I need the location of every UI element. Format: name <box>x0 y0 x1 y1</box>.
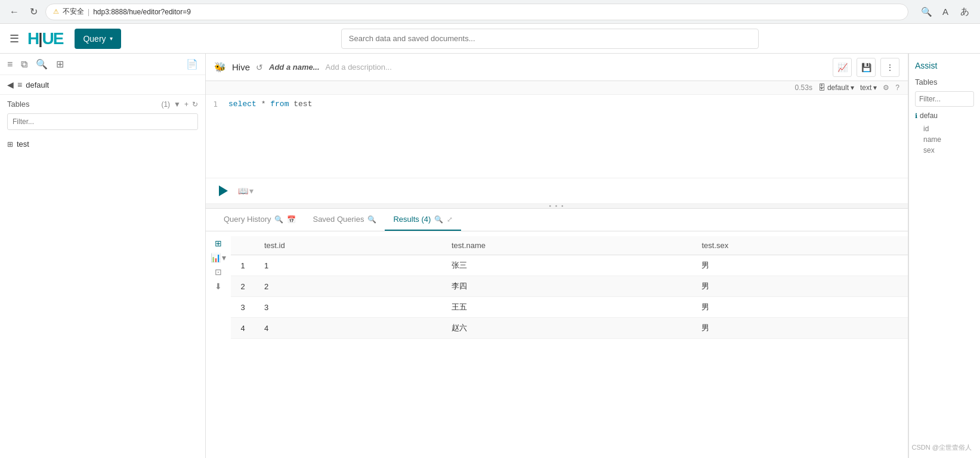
col-header-id: test.id <box>255 236 442 255</box>
main-layout: ≡ ⧉ 🔍 ⊞ 📄 ◀ ≡ default Tables (1) ▼ + ↻ ⊞ <box>0 54 980 458</box>
type-arrow: ▾ <box>873 83 877 92</box>
query-name-field[interactable]: Add a name... <box>269 63 320 72</box>
run-bar: 📖 ▾ <box>206 178 908 204</box>
hive-icon: 🐝 <box>214 61 226 73</box>
chart-button[interactable]: 📈 <box>833 58 852 77</box>
tab-saved-queries[interactable]: Saved Queries 🔍 <box>304 209 385 231</box>
database-selector[interactable]: 🗄 default ▾ <box>818 83 854 92</box>
table-row: 1 1 张三 男 <box>231 255 908 276</box>
query-button[interactable]: Query ▾ <box>75 29 120 49</box>
db-stack-icon2: 🗄 <box>818 83 826 92</box>
code-content[interactable]: select * from test <box>224 100 908 173</box>
tab-query-history[interactable]: Query History 🔍 📅 <box>215 209 304 231</box>
assist-field-name: name <box>915 134 974 145</box>
tables-actions: ▼ + ↻ <box>174 100 198 109</box>
right-sidebar: Assist Tables ℹ defau id name sex <box>908 54 980 458</box>
db-name-label: default <box>26 81 49 89</box>
sidebar-search-icon[interactable]: 🔍 <box>36 58 48 70</box>
row-number: 3 <box>231 297 255 318</box>
query-desc-field[interactable]: Add a description... <box>326 63 392 72</box>
tab-results[interactable]: Results (4) 🔍 ⤢ <box>385 209 461 231</box>
grid-view-button[interactable]: ⊞ <box>215 239 222 248</box>
tables-refresh-btn[interactable]: ↻ <box>192 100 198 109</box>
address-bar[interactable]: ⚠ 不安全 | hdp3:8888/hue/editor?editor=9 <box>45 4 908 20</box>
download-button[interactable]: ⬇ <box>215 281 222 291</box>
results-table-wrapper: ⊞ 📊 ▾ ⊡ ⬇ test.id test <box>206 231 908 458</box>
assist-field-id: id <box>915 123 974 134</box>
toolbar-right: 📈 💾 ⋮ <box>833 58 899 77</box>
tables-label: Tables <box>7 100 157 109</box>
assist-label: Assist <box>915 61 974 70</box>
results-table: test.id test.name test.sex 1 1 张三 男 2 2 … <box>231 236 908 339</box>
tab-results-label: Results (4) <box>393 215 431 224</box>
watermark: CSDN @尘世壹俗人 <box>912 443 972 452</box>
save-button[interactable]: 💾 <box>857 58 876 77</box>
filter-input-container <box>7 113 198 130</box>
type-selector[interactable]: text ▾ <box>860 83 877 92</box>
cell-name: 张三 <box>442 255 692 276</box>
sql-text: * <box>261 100 271 109</box>
db-arrow-status: ▾ <box>851 83 854 92</box>
address-url: hdp3:8888/hue/editor?editor=9 <box>93 8 191 16</box>
editor-toolbar: 🐝 Hive ↺ Add a name... Add a description… <box>206 54 908 81</box>
table-item[interactable]: ⊞ test <box>7 137 198 151</box>
sidebar-db-icon[interactable]: ≡ <box>7 59 13 70</box>
query-history-search-icon: 🔍 <box>274 215 283 224</box>
results-controls: ⊞ 📊 ▾ ⊡ ⬇ test.id test <box>206 236 908 339</box>
tables-filter-btn[interactable]: ▼ <box>174 100 181 109</box>
assist-tables-label: Tables <box>915 78 974 86</box>
logo-text: H|UE <box>27 29 63 48</box>
tables-count: (1) <box>161 100 170 109</box>
type-label: text <box>860 83 871 92</box>
assist-table-item[interactable]: ℹ defau <box>915 112 974 120</box>
cell-sex: 男 <box>692 255 908 276</box>
sidebar-grid-icon[interactable]: ⊞ <box>56 58 64 70</box>
table-name-label: test <box>17 140 29 148</box>
snippet-button[interactable]: 📖 ▾ <box>238 186 253 196</box>
settings-button[interactable]: ⚙ <box>883 83 889 92</box>
layout-view-button[interactable]: ⊡ <box>215 267 222 277</box>
refresh-button[interactable]: ↻ <box>26 5 41 19</box>
cell-id: 3 <box>255 297 442 318</box>
browser-translate-button[interactable]: あ <box>956 4 973 20</box>
sidebar-file-icon[interactable]: 📄 <box>186 58 198 70</box>
sidebar-copy-icon[interactable]: ⧉ <box>21 59 27 70</box>
cell-sex: 男 <box>692 318 908 339</box>
tables-add-btn[interactable]: + <box>184 100 188 109</box>
results-expand-icon: ⤢ <box>447 215 453 224</box>
browser-font-button[interactable]: A <box>937 4 954 20</box>
assist-filter-input[interactable] <box>915 91 974 107</box>
cell-id: 4 <box>255 318 442 339</box>
sql-from-keyword: from <box>270 100 289 109</box>
resize-handle[interactable]: • • • <box>206 204 908 209</box>
db-back-button[interactable]: ◀ <box>7 80 14 89</box>
app-header: ☰ H|UE Query ▾ <box>0 24 980 54</box>
hive-label: Hive <box>232 62 250 72</box>
browser-search-button[interactable]: 🔍 <box>918 4 935 20</box>
db-name-status: default <box>827 83 849 92</box>
sql-keyword: select <box>228 100 256 109</box>
back-button[interactable]: ← <box>7 5 21 19</box>
info-icon: ℹ <box>915 112 917 120</box>
hue-logo: H|UE <box>27 29 63 48</box>
left-sidebar: ≡ ⧉ 🔍 ⊞ 📄 ◀ ≡ default Tables (1) ▼ + ↻ ⊞ <box>0 54 206 458</box>
cell-id: 1 <box>255 255 442 276</box>
code-editor[interactable]: 1 select * from test <box>206 95 908 178</box>
run-button[interactable] <box>214 182 232 200</box>
more-options-button[interactable]: ⋮ <box>880 58 899 77</box>
history-button[interactable]: ↺ <box>256 63 263 72</box>
tables-filter-input[interactable] <box>7 113 198 130</box>
header-row: test.id test.name test.sex <box>231 236 908 255</box>
row-number: 1 <box>231 255 255 276</box>
cell-sex: 男 <box>692 276 908 297</box>
insecure-label: 不安全 <box>63 7 84 17</box>
db-stack-icon: ≡ <box>17 80 22 89</box>
col-header-sex: test.sex <box>692 236 908 255</box>
row-num-header <box>231 236 255 255</box>
chart-view-button[interactable]: 📊 ▾ <box>211 253 226 262</box>
sidebar-toolbar: ≡ ⧉ 🔍 ⊞ 📄 <box>0 54 205 75</box>
hamburger-menu[interactable]: ☰ <box>7 30 21 48</box>
snippet-icon: 📖 <box>238 186 248 196</box>
search-input[interactable] <box>341 29 759 49</box>
help-button[interactable]: ? <box>895 83 899 92</box>
